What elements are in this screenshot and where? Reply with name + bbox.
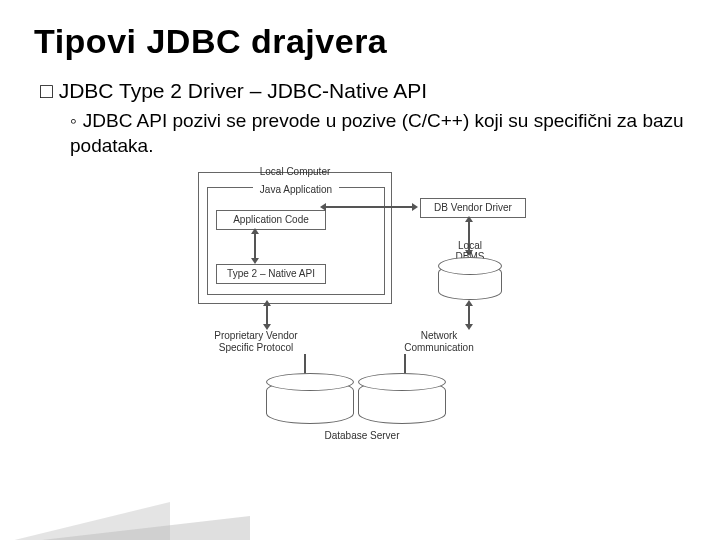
bullet-level-1: □JDBC Type 2 Driver – JDBC-Native API xyxy=(40,79,686,103)
local-computer-box: Local Computer Java Application Applicat… xyxy=(198,172,392,304)
arrow-net-to-server xyxy=(404,354,406,374)
bullet1-bold: JDBC xyxy=(59,79,114,102)
proprietary-protocol-label: Proprietary Vendor Specific Protocol xyxy=(206,330,306,353)
network-communication-label: Network Communication xyxy=(394,330,484,353)
local-computer-label: Local Computer xyxy=(199,166,391,178)
java-application-box: Java Application Application Code Type 2… xyxy=(207,187,385,295)
arrow-appcode-type2 xyxy=(254,234,256,258)
bullet1-rest: Type 2 Driver – JDBC-Native API xyxy=(114,79,428,102)
slide-title: Tipovi JDBC drajvera xyxy=(34,22,686,61)
architecture-diagram: Local Computer Java Application Applicat… xyxy=(180,172,540,452)
database-server-label: Database Server xyxy=(312,430,412,441)
application-code-box: Application Code xyxy=(216,210,326,230)
ring-bullet-icon: ◦ xyxy=(70,110,77,131)
bullet2-text: JDBC API pozivi se prevode u pozive (C/C… xyxy=(70,110,684,156)
decorative-wedge-2-icon xyxy=(0,516,250,540)
java-application-label: Java Application xyxy=(253,184,339,196)
arrow-prop-to-server xyxy=(304,354,306,374)
database-server-cylinder-right-icon xyxy=(358,380,446,424)
bullet-level-2: ◦JDBC API pozivi se prevode u pozive (C/… xyxy=(70,109,686,158)
local-dbms-cylinder-icon xyxy=(438,264,502,300)
database-server-cylinder-left-icon xyxy=(266,380,354,424)
slide: Tipovi JDBC drajvera □JDBC Type 2 Driver… xyxy=(0,0,720,540)
square-bullet-icon: □ xyxy=(40,79,53,102)
db-vendor-driver-box: DB Vendor Driver xyxy=(420,198,526,218)
type2-native-api-box: Type 2 – Native API xyxy=(216,264,326,284)
arrow-type2-down xyxy=(266,306,268,324)
arrow-dbms-down xyxy=(468,306,470,324)
arrow-app-vendor xyxy=(326,206,412,208)
